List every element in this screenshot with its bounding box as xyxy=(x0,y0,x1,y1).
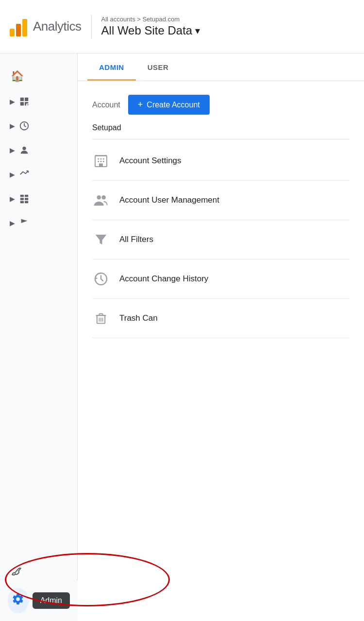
user-management-label: Account User Management xyxy=(119,195,219,205)
sidebar-item-dashboards[interactable]: ▶ + xyxy=(0,89,77,114)
header-info: All accounts > Setupad.com All Web Site … xyxy=(101,16,200,37)
header-divider xyxy=(91,15,92,39)
dashboards-icon: + xyxy=(17,96,32,107)
menu-item-account-settings[interactable]: Account Settings xyxy=(92,141,349,181)
svg-rect-2 xyxy=(20,102,24,105)
account-header-row: Account + Create Account xyxy=(92,95,349,115)
top-header: Analytics All accounts > Setupad.com All… xyxy=(0,0,364,53)
svg-rect-24 xyxy=(100,158,102,160)
account-name: Setupad xyxy=(92,123,349,139)
tabs-bar: ADMIN USER xyxy=(78,53,364,81)
person-icon xyxy=(17,145,32,155)
main-layout: 🏠 ▶ + ▶ xyxy=(0,53,364,621)
svg-rect-1 xyxy=(25,98,28,101)
chevron-icon-2: ▶ xyxy=(10,122,15,130)
flag-icon xyxy=(17,218,32,228)
behavior-icon xyxy=(17,193,32,204)
svg-rect-0 xyxy=(20,98,24,101)
chevron-icon-4: ▶ xyxy=(10,171,15,178)
filter-icon xyxy=(92,231,110,248)
sidebar: 🏠 ▶ + ▶ xyxy=(0,53,78,621)
svg-rect-29 xyxy=(99,163,103,167)
chevron-icon-5: ▶ xyxy=(10,195,15,203)
sidebar-item-home[interactable]: 🏠 xyxy=(0,63,77,89)
svg-rect-14 xyxy=(20,198,24,200)
sidebar-bottom: Admin xyxy=(0,559,77,621)
trash-can-label: Trash Can xyxy=(119,313,158,323)
logo-bar-2 xyxy=(16,24,21,36)
menu-item-all-filters[interactable]: All Filters xyxy=(92,220,349,259)
svg-point-9 xyxy=(22,147,26,150)
svg-line-8 xyxy=(24,126,26,127)
tab-user[interactable]: USER xyxy=(136,53,181,81)
change-history-label: Account Change History xyxy=(119,274,208,284)
menu-item-change-history[interactable]: Account Change History xyxy=(92,259,349,299)
account-label: Account xyxy=(92,101,120,109)
logo-text: Analytics xyxy=(33,19,82,34)
breadcrumb: All accounts > Setupad.com xyxy=(101,16,200,23)
create-account-button[interactable]: + Create Account xyxy=(128,95,210,115)
svg-rect-15 xyxy=(25,198,28,200)
clock-icon xyxy=(17,121,32,131)
logo-icon xyxy=(10,17,27,36)
svg-point-31 xyxy=(97,195,101,200)
account-settings-label: Account Settings xyxy=(119,156,182,166)
chevron-icon-6: ▶ xyxy=(10,219,15,227)
gear-icon xyxy=(12,593,24,608)
property-dropdown-arrow: ▾ xyxy=(195,25,200,36)
sidebar-item-conversions[interactable]: ▶ xyxy=(0,211,77,235)
chevron-icon: ▶ xyxy=(10,98,15,105)
svg-rect-27 xyxy=(100,161,102,162)
sidebar-item-audience[interactable]: ▶ xyxy=(0,138,77,162)
all-filters-label: All Filters xyxy=(119,235,153,244)
svg-rect-26 xyxy=(98,161,99,162)
svg-rect-16 xyxy=(20,201,24,204)
admin-row[interactable]: Admin xyxy=(0,580,78,621)
property-name-text: All Web Site Data xyxy=(101,24,193,37)
acquisition-icon xyxy=(17,169,32,180)
logo-area: Analytics xyxy=(10,17,82,36)
home-icon: 🏠 xyxy=(10,70,24,83)
building-icon xyxy=(92,152,110,170)
tool-icon xyxy=(10,566,24,578)
tab-admin[interactable]: ADMIN xyxy=(87,53,136,81)
svg-rect-13 xyxy=(25,195,28,197)
svg-text:+: + xyxy=(27,103,29,107)
sidebar-item-reports[interactable]: ▶ xyxy=(0,114,77,138)
svg-rect-25 xyxy=(103,158,104,160)
admin-gear-button[interactable] xyxy=(8,588,29,613)
admin-label: Admin xyxy=(33,592,70,609)
svg-rect-23 xyxy=(98,158,99,160)
logo-bar-3 xyxy=(22,19,27,36)
logo-bar-1 xyxy=(10,29,15,36)
svg-point-32 xyxy=(101,195,106,200)
svg-rect-28 xyxy=(103,161,104,162)
menu-item-trash-can[interactable]: Trash Can xyxy=(92,299,349,338)
sidebar-item-acquisition[interactable]: ▶ xyxy=(0,162,77,187)
sidebar-item-behavior[interactable]: ▶ xyxy=(0,187,77,211)
create-account-label: Create Account xyxy=(147,101,199,109)
menu-item-user-management[interactable]: Account User Management xyxy=(92,181,349,220)
content-area: ADMIN USER Account + Create Account Setu… xyxy=(78,53,364,621)
chevron-icon-3: ▶ xyxy=(10,146,15,154)
svg-rect-12 xyxy=(20,195,24,197)
users-icon xyxy=(92,191,110,209)
property-selector[interactable]: All Web Site Data ▾ xyxy=(101,24,200,37)
trash-icon xyxy=(92,310,110,327)
history-icon xyxy=(92,270,110,288)
plus-icon: + xyxy=(138,100,143,110)
svg-rect-17 xyxy=(25,201,28,204)
section-content: Account + Create Account Setupad xyxy=(78,81,364,338)
